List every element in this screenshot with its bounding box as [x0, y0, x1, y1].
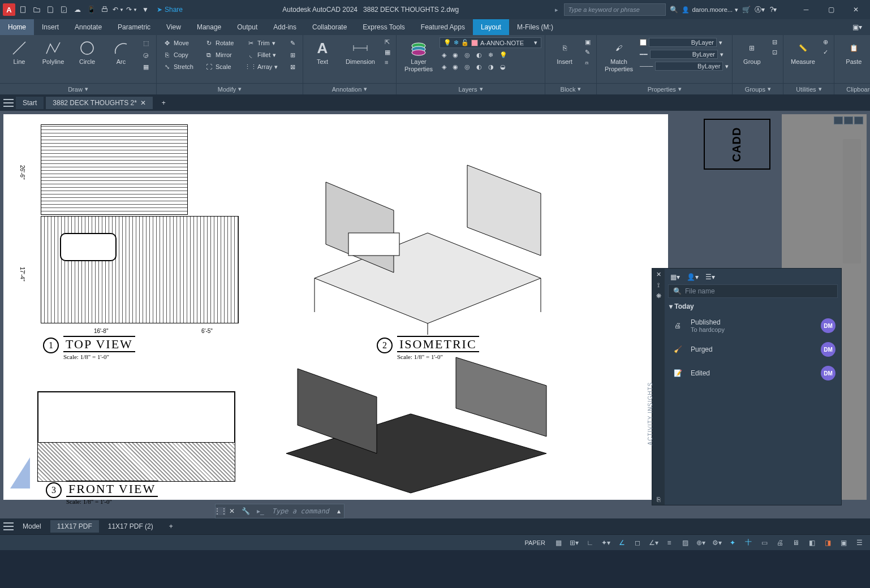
tab-insert[interactable]: Insert [34, 19, 67, 35]
transparency-icon[interactable]: ▨ [678, 537, 692, 549]
move-button[interactable]: ✥Move [160, 37, 200, 49]
close-tab-icon[interactable]: ✕ [140, 99, 146, 107]
cmdline-close-icon[interactable]: ✕ [226, 507, 238, 515]
layout-tab-pdf1[interactable]: 11X17 PDF [50, 520, 99, 533]
tab-output[interactable]: Output [229, 19, 265, 35]
layer-dropdown[interactable]: 💡❄🔓A-ANNO-NOTE▾ [440, 37, 541, 48]
app-logo[interactable]: A [3, 3, 15, 16]
drawing-canvas[interactable]: 16'-8" 6'-5" 26'-6" 17'-4" 1TOP VIEWScal… [0, 111, 870, 504]
tab-collaborate[interactable]: Collaborate [304, 19, 355, 35]
monitor-icon[interactable]: 🖥 [789, 537, 803, 549]
tab-home[interactable]: Home [0, 19, 34, 35]
scale-button[interactable]: ⛶Scale [202, 61, 242, 72]
tab-start[interactable]: Start [16, 97, 44, 109]
scale-icon[interactable]: ✦ [725, 537, 740, 549]
stretch-button[interactable]: ⤡Stretch [160, 61, 200, 72]
cart-icon[interactable]: 🛒 [740, 4, 752, 15]
saveas-icon[interactable] [58, 4, 70, 15]
layout-tab-model[interactable]: Model [16, 520, 48, 533]
table-icon[interactable]: ▦ [382, 47, 393, 57]
arc-button[interactable]: Arc [105, 37, 137, 67]
leader-icon[interactable]: ⇱ [382, 37, 393, 47]
help-search-input[interactable]: Type a keyword or phrase [564, 3, 666, 16]
offset-icon[interactable]: ⊞ [286, 49, 299, 60]
ortho-toggle-icon[interactable]: ∟ [583, 537, 597, 549]
layer-tool4-icon[interactable]: ◐ [474, 62, 484, 72]
layer-tool5-icon[interactable]: ◑ [486, 62, 496, 72]
layer-properties-button[interactable]: Layer Properties [400, 37, 437, 75]
apps-icon[interactable]: Ⓐ▾ [754, 4, 765, 15]
search-icon[interactable]: 🔍 [668, 4, 679, 15]
selection-cycling-icon[interactable]: ⊕▾ [694, 537, 708, 549]
layer-tool3-icon[interactable]: ◎ [462, 62, 472, 72]
tab-manage[interactable]: Manage [189, 19, 229, 35]
new-tab-button[interactable]: + [155, 97, 173, 109]
layer-tool1-icon[interactable]: ◈ [440, 62, 449, 72]
tab-current-file[interactable]: 3882 DECK THOUGHTS 2*✕ [46, 97, 153, 109]
array-button[interactable]: ⋮⋮Array▾ [244, 61, 283, 72]
palette-user-icon[interactable]: 👤▾ [687, 273, 699, 281]
cmdline-history-icon[interactable]: ▴ [334, 507, 344, 515]
layout-tab-pdf2[interactable]: 11X17 PDF (2) [101, 520, 160, 533]
tab-parametric[interactable]: Parametric [110, 19, 158, 35]
viewport-controls[interactable] [834, 116, 863, 124]
close-button[interactable]: ✕ [845, 1, 867, 18]
paper-model-toggle[interactable]: PAPER [520, 539, 550, 546]
tab-express[interactable]: Express Tools [355, 19, 412, 35]
linetype-dropdown[interactable]: ByLayer [655, 62, 723, 71]
tab-addins[interactable]: Add-ins [265, 19, 304, 35]
draw-misc1[interactable]: ⬚ [139, 37, 153, 49]
cmdline-config-icon[interactable]: 🔧 [238, 507, 253, 515]
line-button[interactable]: Line [3, 37, 35, 67]
layer-tool6-icon[interactable]: ◒ [498, 62, 508, 72]
insert-button[interactable]: ⎘Insert [549, 37, 580, 67]
util2-icon[interactable]: ✓ [821, 47, 830, 57]
groupedit-icon[interactable]: ⊡ [770, 47, 779, 57]
make-current-icon[interactable]: ◈ [440, 50, 449, 60]
tab-featured[interactable]: Featured Apps [413, 19, 473, 35]
osnap-toggle-icon[interactable]: ∠ [614, 537, 629, 549]
erase-icon[interactable]: ✎ [286, 37, 299, 49]
new-layout-button[interactable]: + [162, 520, 180, 533]
viewcube-bar[interactable] [843, 139, 861, 263]
match-properties-button[interactable]: 🖌Match Properties [600, 37, 638, 75]
lineweight-dropdown[interactable]: ByLayer [650, 50, 718, 59]
snap-toggle-icon[interactable]: ⊞▾ [567, 537, 582, 549]
draw-misc3[interactable]: ▦ [139, 61, 153, 72]
gizmo-icon[interactable]: ⚙▾ [709, 537, 724, 549]
close-palette-icon[interactable]: ✕ [656, 271, 661, 278]
palette-bottom-icon[interactable]: ⎘ [657, 496, 661, 503]
open-icon[interactable] [31, 4, 42, 15]
mobile-icon[interactable]: 📱 [85, 4, 97, 15]
file-tabs-menu-icon[interactable] [3, 98, 14, 108]
tray2-icon[interactable]: ◨ [820, 537, 835, 549]
help-icon[interactable]: ?▾ [768, 4, 779, 15]
ribbon-toggle-icon[interactable]: ▣▾ [845, 19, 870, 35]
text-button[interactable]: AText [307, 37, 338, 67]
palette-item-edited[interactable]: 📝 Edited DM [668, 362, 838, 384]
settings-palette-icon[interactable]: ❋ [656, 292, 661, 300]
polyline-button[interactable]: Polyline [37, 37, 69, 67]
mirror-button[interactable]: ⧉Mirror [202, 49, 242, 60]
ungroup-icon[interactable]: ⊟ [770, 37, 779, 47]
palette-search-input[interactable]: 🔍 File name [668, 284, 838, 298]
qat-dropdown-icon[interactable]: ▼ [140, 4, 151, 15]
cmdline-grip-icon[interactable]: ⋮⋮ [216, 507, 226, 515]
layout-menu-icon[interactable] [3, 521, 14, 531]
maximize-button[interactable]: ▢ [820, 1, 842, 18]
circle-button[interactable]: Circle [71, 37, 103, 67]
copy-button[interactable]: ⎘Copy [160, 49, 200, 60]
user-menu[interactable]: 👤daron.moore...▾ [682, 6, 738, 14]
grid-toggle-icon[interactable]: ▦ [551, 537, 566, 549]
dimension-button[interactable]: Dimension [341, 37, 380, 67]
palette-item-published[interactable]: 🖨 PublishedTo hardcopy DM [668, 315, 838, 336]
tray1-icon[interactable]: ◧ [804, 537, 819, 549]
print-icon2[interactable]: 🖨 [773, 537, 787, 549]
print-icon[interactable] [99, 4, 110, 15]
block-attr-icon[interactable]: ⍝ [583, 58, 593, 67]
fillet-button[interactable]: ◟Fillet▾ [244, 49, 283, 60]
save-icon[interactable] [45, 4, 56, 15]
layer-iso-icon[interactable]: ◐ [474, 50, 484, 60]
paste-button[interactable]: 📋Paste [838, 37, 869, 67]
undo-icon[interactable]: ↶▼ [113, 4, 124, 15]
